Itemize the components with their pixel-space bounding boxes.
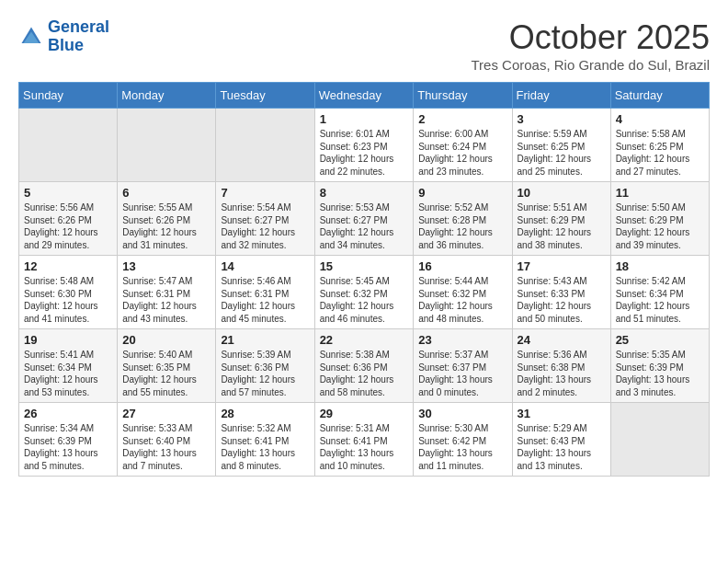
day-info: Sunrise: 5:31 AMSunset: 6:41 PMDaylight:… (320, 422, 409, 472)
day-info: Sunrise: 5:33 AMSunset: 6:40 PMDaylight:… (122, 422, 210, 472)
calendar-cell: 27Sunrise: 5:33 AMSunset: 6:40 PMDayligh… (118, 403, 216, 477)
day-info: Sunrise: 5:35 AMSunset: 6:39 PMDaylight:… (616, 349, 704, 398)
day-number: 31 (518, 407, 606, 420)
calendar-cell: 9Sunrise: 5:52 AMSunset: 6:28 PMDaylight… (414, 182, 512, 256)
day-number: 21 (221, 333, 309, 347)
calendar-cell: 24Sunrise: 5:36 AMSunset: 6:38 PMDayligh… (512, 329, 610, 403)
day-number: 10 (518, 186, 606, 200)
day-info: Sunrise: 5:41 AMSunset: 6:34 PMDaylight:… (24, 349, 112, 398)
day-number: 7 (221, 186, 309, 200)
day-info: Sunrise: 5:36 AMSunset: 6:38 PMDaylight:… (518, 349, 606, 398)
day-number: 9 (418, 186, 506, 200)
title-section: October 2025 Tres Coroas, Rio Grande do … (471, 18, 710, 73)
calendar-cell: 2Sunrise: 6:00 AMSunset: 6:24 PMDaylight… (414, 109, 512, 182)
weekday-header-saturday: Saturday (610, 83, 709, 109)
weekday-header-monday: Monday (118, 83, 216, 109)
day-info: Sunrise: 5:53 AMSunset: 6:27 PMDaylight:… (320, 201, 409, 251)
calendar-cell: 28Sunrise: 5:32 AMSunset: 6:41 PMDayligh… (216, 403, 314, 477)
logo-line1: General (48, 17, 109, 36)
day-info: Sunrise: 5:44 AMSunset: 6:32 PMDaylight:… (418, 275, 506, 325)
calendar-cell: 7Sunrise: 5:54 AMSunset: 6:27 PMDaylight… (216, 182, 314, 256)
calendar-cell: 20Sunrise: 5:40 AMSunset: 6:35 PMDayligh… (118, 329, 216, 403)
calendar-cell (216, 109, 314, 182)
day-info: Sunrise: 5:54 AMSunset: 6:27 PMDaylight:… (221, 201, 309, 251)
calendar-cell: 22Sunrise: 5:38 AMSunset: 6:36 PMDayligh… (314, 329, 414, 403)
calendar-cell: 5Sunrise: 5:56 AMSunset: 6:26 PMDaylight… (19, 182, 118, 256)
day-number: 29 (320, 407, 409, 420)
day-number: 13 (122, 259, 210, 273)
day-info: Sunrise: 6:00 AMSunset: 6:24 PMDaylight:… (418, 128, 506, 178)
calendar-cell: 3Sunrise: 5:59 AMSunset: 6:25 PMDaylight… (512, 109, 610, 182)
logo: General Blue (18, 18, 109, 55)
day-info: Sunrise: 5:56 AMSunset: 6:26 PMDaylight:… (24, 201, 112, 251)
day-number: 28 (221, 407, 309, 420)
calendar-week-3: 12Sunrise: 5:48 AMSunset: 6:30 PMDayligh… (19, 256, 710, 329)
calendar-cell: 31Sunrise: 5:29 AMSunset: 6:43 PMDayligh… (512, 403, 610, 477)
day-number: 23 (418, 333, 506, 347)
calendar-cell: 18Sunrise: 5:42 AMSunset: 6:34 PMDayligh… (610, 256, 709, 329)
day-info: Sunrise: 5:50 AMSunset: 6:29 PMDaylight:… (616, 201, 704, 251)
calendar-cell (19, 109, 118, 182)
day-number: 17 (518, 259, 606, 273)
calendar-header: SundayMondayTuesdayWednesdayThursdayFrid… (19, 83, 710, 109)
day-info: Sunrise: 5:30 AMSunset: 6:42 PMDaylight:… (418, 422, 506, 472)
calendar-cell: 12Sunrise: 5:48 AMSunset: 6:30 PMDayligh… (19, 256, 118, 329)
calendar-cell: 6Sunrise: 5:55 AMSunset: 6:26 PMDaylight… (118, 182, 216, 256)
calendar-week-4: 19Sunrise: 5:41 AMSunset: 6:34 PMDayligh… (19, 329, 710, 403)
day-info: Sunrise: 5:52 AMSunset: 6:28 PMDaylight:… (418, 201, 506, 251)
calendar-cell: 23Sunrise: 5:37 AMSunset: 6:37 PMDayligh… (414, 329, 512, 403)
day-info: Sunrise: 5:59 AMSunset: 6:25 PMDaylight:… (518, 128, 606, 178)
page-header: General Blue October 2025 Tres Coroas, R… (18, 18, 710, 73)
calendar-cell: 11Sunrise: 5:50 AMSunset: 6:29 PMDayligh… (610, 182, 709, 256)
day-number: 5 (24, 186, 112, 200)
weekday-row: SundayMondayTuesdayWednesdayThursdayFrid… (19, 83, 710, 109)
weekday-header-thursday: Thursday (414, 83, 512, 109)
day-info: Sunrise: 5:43 AMSunset: 6:33 PMDaylight:… (518, 275, 606, 325)
calendar-week-2: 5Sunrise: 5:56 AMSunset: 6:26 PMDaylight… (19, 182, 710, 256)
day-info: Sunrise: 5:45 AMSunset: 6:32 PMDaylight:… (320, 275, 409, 325)
day-number: 4 (616, 112, 704, 126)
weekday-header-sunday: Sunday (19, 83, 118, 109)
day-info: Sunrise: 5:51 AMSunset: 6:29 PMDaylight:… (518, 201, 606, 251)
day-number: 30 (418, 407, 506, 420)
day-info: Sunrise: 5:38 AMSunset: 6:36 PMDaylight:… (320, 349, 409, 398)
calendar-body: 1Sunrise: 6:01 AMSunset: 6:23 PMDaylight… (19, 109, 710, 477)
logo-icon (18, 24, 44, 50)
day-info: Sunrise: 5:46 AMSunset: 6:31 PMDaylight:… (221, 275, 309, 325)
calendar-week-5: 26Sunrise: 5:34 AMSunset: 6:39 PMDayligh… (19, 403, 710, 477)
day-info: Sunrise: 5:40 AMSunset: 6:35 PMDaylight:… (122, 349, 210, 398)
calendar-cell: 1Sunrise: 6:01 AMSunset: 6:23 PMDaylight… (314, 109, 414, 182)
day-info: Sunrise: 5:55 AMSunset: 6:26 PMDaylight:… (122, 201, 210, 251)
day-number: 15 (320, 259, 409, 273)
logo-text: General Blue (48, 18, 109, 55)
weekday-header-tuesday: Tuesday (216, 83, 314, 109)
day-number: 19 (24, 333, 112, 347)
calendar-cell: 17Sunrise: 5:43 AMSunset: 6:33 PMDayligh… (512, 256, 610, 329)
calendar-table: SundayMondayTuesdayWednesdayThursdayFrid… (18, 82, 710, 477)
day-number: 12 (24, 259, 112, 273)
calendar-cell: 30Sunrise: 5:30 AMSunset: 6:42 PMDayligh… (414, 403, 512, 477)
weekday-header-wednesday: Wednesday (314, 83, 414, 109)
day-number: 16 (418, 259, 506, 273)
day-number: 1 (320, 112, 409, 126)
day-number: 14 (221, 259, 309, 273)
month-title: October 2025 (471, 18, 710, 57)
calendar-cell (118, 109, 216, 182)
calendar-cell: 10Sunrise: 5:51 AMSunset: 6:29 PMDayligh… (512, 182, 610, 256)
calendar-cell: 29Sunrise: 5:31 AMSunset: 6:41 PMDayligh… (314, 403, 414, 477)
day-info: Sunrise: 5:39 AMSunset: 6:36 PMDaylight:… (221, 349, 309, 398)
calendar-cell: 26Sunrise: 5:34 AMSunset: 6:39 PMDayligh… (19, 403, 118, 477)
day-info: Sunrise: 5:29 AMSunset: 6:43 PMDaylight:… (518, 422, 606, 472)
day-number: 27 (122, 407, 210, 420)
calendar-cell: 16Sunrise: 5:44 AMSunset: 6:32 PMDayligh… (414, 256, 512, 329)
calendar-cell: 14Sunrise: 5:46 AMSunset: 6:31 PMDayligh… (216, 256, 314, 329)
day-number: 24 (518, 333, 606, 347)
day-info: Sunrise: 5:47 AMSunset: 6:31 PMDaylight:… (122, 275, 210, 325)
day-number: 18 (616, 259, 704, 273)
day-info: Sunrise: 6:01 AMSunset: 6:23 PMDaylight:… (320, 128, 409, 178)
day-number: 2 (418, 112, 506, 126)
calendar-cell: 13Sunrise: 5:47 AMSunset: 6:31 PMDayligh… (118, 256, 216, 329)
day-info: Sunrise: 5:58 AMSunset: 6:25 PMDaylight:… (616, 128, 704, 178)
calendar-cell: 21Sunrise: 5:39 AMSunset: 6:36 PMDayligh… (216, 329, 314, 403)
day-number: 3 (518, 112, 606, 126)
